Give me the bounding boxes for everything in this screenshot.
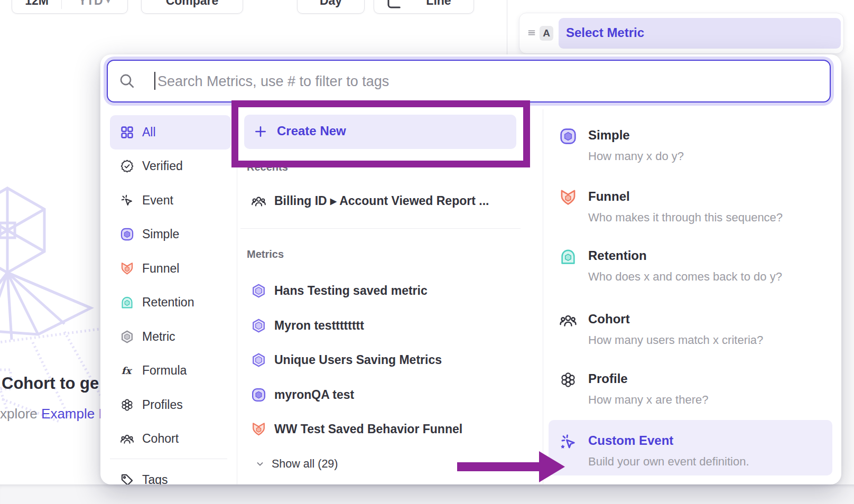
metric-type-description: How many x do y? (588, 150, 684, 163)
metric-type-description: Who makes it through this sequence? (588, 211, 783, 225)
annotation-box (231, 100, 530, 167)
recents-divider (240, 228, 521, 229)
sidebar-item-label: Retention (142, 295, 194, 310)
background-text: Cohort to ge xplore Example I (0, 370, 100, 433)
metric-item-label: WW Test Saved Behavior Funnel (274, 422, 462, 436)
funnel-icon (120, 262, 134, 276)
metric-type-funnel[interactable]: FunnelWho makes it through this sequence… (549, 175, 832, 225)
sidebar-item-simple[interactable]: Simple (110, 218, 231, 252)
profiles-icon (559, 371, 577, 389)
range-12m-button[interactable]: 12M (12, 0, 61, 8)
metric-type-simple[interactable]: SimpleHow many x do y? (549, 114, 832, 163)
chevron-down-icon: ▾ (106, 0, 110, 5)
compare-button[interactable]: Compare (141, 0, 243, 14)
sidebar-item-formula[interactable]: fxFormula (110, 354, 231, 388)
sidebar-item-label: Simple (142, 227, 179, 241)
sidebar-item-funnel[interactable]: Funnel (110, 251, 231, 286)
saved-metric-icon (251, 283, 266, 298)
chart-type-line-button[interactable]: Line (374, 0, 474, 14)
formula-icon: fx (120, 363, 134, 378)
background-headline: Cohort to ge (2, 374, 99, 393)
recents-list: Billing ID ▸ Account Viewed Report ... (251, 188, 489, 214)
cohort-icon (120, 432, 134, 446)
select-metric-button[interactable]: Select Metric (559, 18, 841, 49)
sidebar-item-label: Cohort (142, 432, 179, 446)
sidebar-item-label: Tags (142, 473, 168, 485)
recent-item[interactable]: Billing ID ▸ Account Viewed Report ... (251, 193, 489, 209)
profiles-icon (120, 398, 134, 412)
metric-type-title: Profile (588, 371, 708, 387)
metric-type-description: How many x are there? (588, 393, 708, 407)
sidebar-item-label: Metric (142, 330, 175, 344)
sidebar-item-verified[interactable]: Verified (110, 150, 231, 184)
search-icon (118, 72, 135, 89)
cohort-icon (559, 311, 577, 329)
metric-type-cohort[interactable]: CohortHow many users match x criteria? (549, 297, 832, 347)
simple-icon (559, 127, 577, 145)
metric-item-ww-test-saved-behavior-funnel[interactable]: WW Test Saved Behavior Funnel (251, 412, 462, 447)
sidebar-item-label: All (142, 125, 156, 139)
metric-type-description: Build your own event definition. (588, 455, 749, 469)
metric-item-unique-users-saving-metrics[interactable]: Unique Users Saving Metrics (251, 343, 462, 378)
select-metric-label: Select Metric (566, 25, 644, 40)
retention-icon (120, 295, 134, 310)
annotation-arrow (457, 451, 565, 482)
sidebar-item-cohort[interactable]: Cohort (110, 422, 231, 456)
verified-icon (120, 159, 134, 173)
metric-item-myronqa-test[interactable]: myronQA test (251, 378, 462, 413)
drag-handle-icon[interactable] (526, 27, 537, 39)
metric-item-label: Unique Users Saving Metrics (274, 353, 442, 367)
simple-icon (120, 227, 134, 241)
funnel-icon (559, 189, 577, 207)
recent-item-label: Billing ID ▸ Account Viewed Report ... (274, 194, 489, 208)
sidebar-item-event[interactable]: Event (110, 183, 231, 218)
sidebar-item-label: Profiles (142, 398, 183, 412)
metric-type-sidebar: AllVerifiedEventSimpleFunnelRetentionMet… (100, 115, 237, 484)
metric-type-title: Simple (588, 127, 684, 143)
column-divider (543, 109, 543, 484)
svg-text:fx: fx (122, 365, 133, 376)
metric-item-hans-testing-saved-metric[interactable]: Hans Testing saved metric (251, 274, 462, 309)
metric-type-retention[interactable]: RetentionWho does x and comes back to do… (549, 234, 832, 284)
chevron-down-icon (255, 459, 265, 469)
funnel-icon (251, 422, 266, 437)
sidebar-item-metric[interactable]: Metric (110, 320, 231, 354)
metric-type-description: Who does x and comes back to do y? (588, 270, 782, 284)
sidebar-item-all[interactable]: All (110, 115, 231, 150)
metric-type-title: Custom Event (588, 433, 749, 449)
tag-icon (120, 473, 134, 485)
metric-item-label: Myron testttttttt (274, 319, 364, 333)
retention-icon (559, 248, 577, 266)
cohort-icon (251, 193, 266, 209)
metric-type-title: Funnel (588, 189, 783, 204)
event-icon (120, 193, 134, 208)
metric-select-screen: Cohort to ge xplore Example I 12M YTD ▾ … (0, 0, 854, 504)
metric-item-myron-testttttttt[interactable]: Myron testttttttt (251, 309, 462, 343)
saved-metrics-list: Hans Testing saved metricMyron testttttt… (251, 274, 462, 447)
metric-row-card: A Select Metric (519, 13, 844, 54)
sidebar-item-label: Event (142, 193, 173, 208)
saved-metric-icon (251, 352, 266, 368)
date-range-segmented-control[interactable]: 12M YTD ▾ (12, 0, 128, 14)
search-field (107, 60, 831, 102)
custom-event-icon (559, 433, 577, 451)
sidebar-divider (110, 459, 227, 459)
show-all-button[interactable]: Show all (29) (255, 453, 338, 474)
series-badge: A (540, 26, 553, 41)
sidebar-item-label: Formula (142, 363, 187, 378)
simple-icon (251, 387, 266, 403)
metric-type-profile[interactable]: ProfileHow many x are there? (549, 357, 832, 407)
metric-item-label: myronQA test (274, 388, 354, 402)
interval-day-button[interactable]: Day (297, 0, 365, 14)
text-cursor (154, 72, 155, 90)
sidebar-item-tags[interactable]: Tags (110, 463, 231, 484)
metric-type-custom-event[interactable]: Custom EventBuild your own event definit… (549, 420, 832, 475)
sidebar-item-label: Funnel (142, 262, 179, 276)
metrics-header: Metrics (247, 248, 284, 260)
sidebar-item-retention[interactable]: Retention (110, 286, 231, 320)
search-input[interactable] (156, 61, 824, 102)
range-ytd-button[interactable]: YTD ▾ (61, 0, 127, 8)
sidebar-item-profiles[interactable]: Profiles (110, 388, 231, 422)
saved-metric-icon (251, 318, 266, 333)
example-link[interactable]: Example I (41, 406, 100, 422)
